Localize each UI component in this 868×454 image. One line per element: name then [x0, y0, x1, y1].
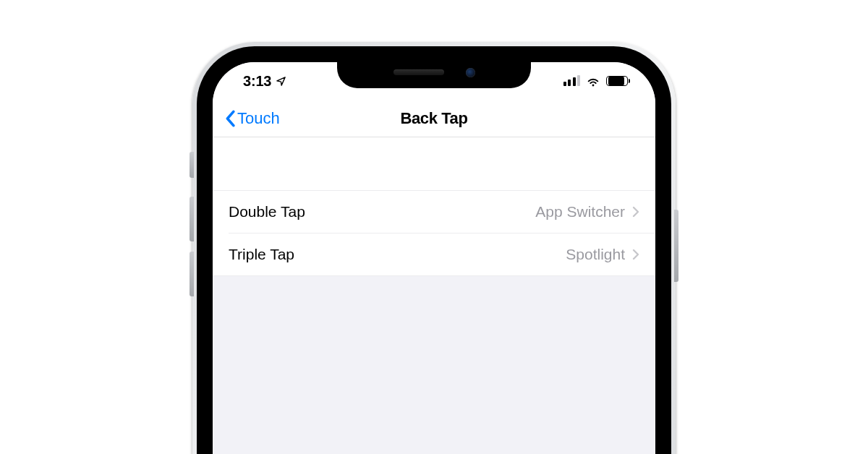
section-spacer: [213, 137, 655, 191]
row-right: App Switcher: [535, 203, 639, 220]
back-label: Touch: [237, 109, 280, 128]
screen: 3:13: [213, 62, 655, 454]
chevron-left-icon: [224, 110, 236, 127]
chevron-right-icon: [632, 249, 639, 260]
row-right: Spotlight: [566, 246, 639, 263]
battery-icon: [606, 76, 628, 86]
row-double-tap[interactable]: Double Tap App Switcher: [213, 191, 655, 233]
row-divider: [213, 275, 655, 276]
status-left: 3:13: [233, 73, 286, 90]
mute-switch: [190, 152, 194, 178]
back-button[interactable]: Touch: [220, 100, 284, 137]
side-button: [674, 210, 678, 282]
status-time: 3:13: [243, 73, 271, 90]
wifi-icon: [586, 76, 600, 87]
canvas: 3:13: [0, 0, 868, 454]
row-value: App Switcher: [535, 203, 625, 220]
volume-down-button: [190, 252, 194, 296]
battery-fill: [608, 77, 624, 85]
settings-content: Double Tap App Switcher: [213, 137, 655, 276]
chevron-right-icon: [632, 206, 639, 218]
row-label: Triple Tap: [229, 246, 294, 263]
iphone-inner: 3:13: [207, 56, 661, 454]
navigation-bar: Touch Back Tap: [213, 100, 655, 137]
earpiece-speaker: [393, 69, 444, 75]
status-right: [563, 76, 636, 87]
location-services-icon: [276, 76, 286, 87]
front-camera: [466, 68, 475, 77]
iphone-frame: 3:13: [192, 42, 676, 454]
row-label: Double Tap: [229, 203, 305, 220]
row-triple-tap[interactable]: Triple Tap Spotlight: [213, 234, 655, 275]
page-title: Back Tap: [401, 109, 468, 128]
notch: [337, 56, 531, 88]
iphone-bezel: 3:13: [197, 46, 671, 454]
cellular-signal-icon: [563, 76, 581, 86]
row-value: Spotlight: [566, 246, 625, 263]
volume-up-button: [190, 197, 194, 241]
